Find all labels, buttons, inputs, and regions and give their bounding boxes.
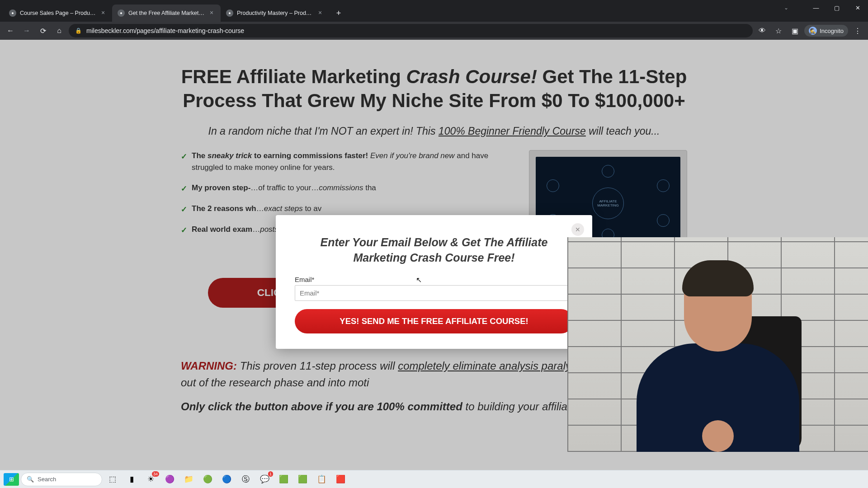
modal-title: Enter Your Email Below & Get The Affilia…: [295, 235, 573, 266]
taskbar-app-icon[interactable]: 🟩: [294, 472, 311, 487]
taskbar-search[interactable]: 🔍 Search: [21, 473, 102, 486]
forward-button[interactable]: →: [20, 24, 33, 38]
extensions-icon[interactable]: ▣: [788, 24, 802, 38]
tab-label: Productivity Mastery – Productiv: [237, 10, 313, 16]
close-window-button[interactable]: ✕: [847, 0, 868, 15]
favicon-icon: ●: [118, 9, 125, 17]
taskbar-app-weather-icon[interactable]: ☀34: [142, 472, 159, 487]
close-icon[interactable]: ×: [316, 9, 324, 17]
tab-course-sales[interactable]: ● Course Sales Page – Productivity ×: [4, 5, 112, 22]
favicon-icon: ●: [226, 9, 233, 17]
tab-label: Get the Free Affiliate Marketing C: [128, 10, 204, 16]
window-controls: ⌄ — ▢ ✕: [776, 0, 868, 22]
reload-button[interactable]: ⟳: [36, 24, 50, 38]
email-capture-modal: ✕ Enter Your Email Below & Get The Affil…: [276, 215, 592, 349]
chrome-icon[interactable]: 🟢: [199, 472, 216, 487]
address-bar[interactable]: 🔒 milesbeckler.com/pages/affiliate-marke…: [69, 24, 753, 38]
close-icon[interactable]: ×: [99, 9, 107, 17]
presenter-figure: [621, 258, 815, 452]
excel-icon[interactable]: 🟩: [275, 472, 292, 487]
taskbar-app-icon[interactable]: 🟣: [161, 472, 178, 487]
back-button[interactable]: ←: [4, 24, 17, 38]
search-placeholder: Search: [38, 476, 56, 483]
browser-toolbar: ← → ⟳ ⌂ 🔒 milesbeckler.com/pages/affilia…: [0, 22, 868, 40]
url-text: milesbeckler.com/pages/affiliate-marketi…: [86, 27, 244, 34]
badge-count: 1: [268, 471, 273, 477]
incognito-badge[interactable]: 🕵 Incognito: [804, 25, 848, 37]
browser-titlebar: ● Course Sales Page – Productivity × ● G…: [0, 0, 868, 22]
badge-count: 34: [152, 471, 159, 477]
presenter-video: [567, 237, 868, 452]
tabs-dropdown-icon[interactable]: ⌄: [776, 0, 797, 15]
skype-icon[interactable]: Ⓢ: [237, 472, 254, 487]
tab-label: Course Sales Page – Productivity: [20, 10, 96, 16]
kebab-menu-icon[interactable]: ⋮: [851, 24, 864, 38]
taskbar-app-icon[interactable]: ▮: [123, 472, 140, 487]
page-viewport: FREE Affiliate Marketing Crash Course! G…: [0, 40, 868, 470]
lock-icon: 🔒: [75, 28, 82, 34]
eye-blocked-icon[interactable]: 👁: [755, 24, 769, 38]
modal-close-button[interactable]: ✕: [571, 223, 584, 236]
taskbar-app-icon[interactable]: 💬1: [256, 472, 273, 487]
close-icon[interactable]: ×: [208, 9, 215, 17]
edge-icon[interactable]: 🔵: [218, 472, 235, 487]
favicon-icon: ●: [9, 9, 16, 17]
bookmark-star-icon[interactable]: ☆: [772, 24, 785, 38]
task-view-icon[interactable]: ⬚: [104, 472, 121, 487]
windows-taskbar: ⊞ 🔍 Search ⬚ ▮ ☀34 🟣 📁 🟢 🔵 Ⓢ 💬1 🟩 🟩 📋 🟥: [0, 470, 868, 488]
maximize-button[interactable]: ▢: [826, 0, 847, 15]
tab-affiliate-marketing[interactable]: ● Get the Free Affiliate Marketing C ×: [112, 5, 221, 22]
email-label: Email*: [295, 276, 573, 283]
start-button[interactable]: ⊞: [4, 473, 19, 486]
modal-submit-button[interactable]: YES! SEND ME THE FREE AFFILIATE COURSE!: [295, 309, 573, 333]
email-input[interactable]: [295, 285, 573, 301]
file-explorer-icon[interactable]: 📁: [180, 472, 197, 487]
camtasia-icon[interactable]: 🟥: [332, 472, 349, 487]
incognito-icon: 🕵: [809, 27, 817, 35]
search-icon: 🔍: [27, 476, 34, 483]
home-button[interactable]: ⌂: [52, 24, 66, 38]
new-tab-button[interactable]: +: [332, 6, 345, 20]
minimize-button[interactable]: —: [806, 0, 826, 15]
taskbar-app-icon[interactable]: 📋: [313, 472, 330, 487]
incognito-label: Incognito: [820, 28, 844, 34]
tab-productivity-mastery[interactable]: ● Productivity Mastery – Productiv ×: [221, 5, 329, 22]
